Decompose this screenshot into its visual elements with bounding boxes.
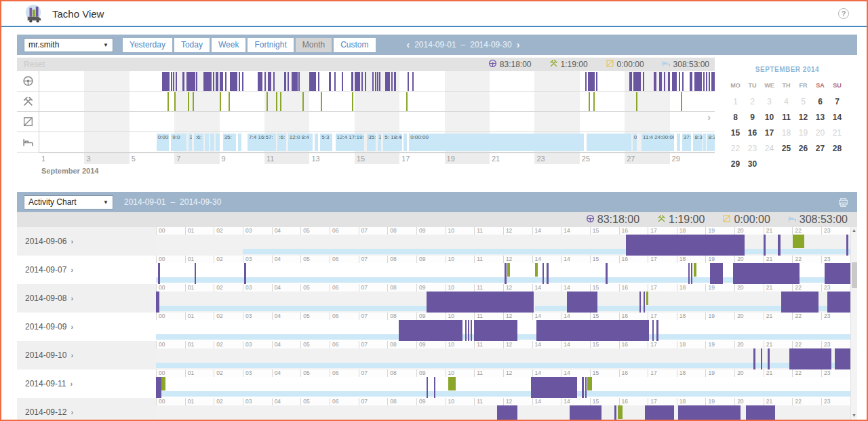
- calendar-day[interactable]: 7: [829, 94, 846, 110]
- expand-chevron-icon[interactable]: ›: [71, 380, 73, 388]
- hour-label: 12: [503, 284, 532, 292]
- calendar-day[interactable]: 13: [812, 110, 829, 125]
- activity-area: [156, 405, 850, 420]
- hour-label: 05: [300, 284, 330, 292]
- hour-label: 08: [387, 398, 416, 405]
- range-button-fortnight[interactable]: Fortnight: [248, 38, 293, 52]
- range-button-week[interactable]: Week: [212, 38, 245, 52]
- range-button-month[interactable]: Month: [296, 38, 332, 52]
- hour-label: 14: [561, 284, 590, 292]
- hour-header: 0001020304050607080910111214141516171819…: [156, 341, 850, 348]
- user-select[interactable]: mr.smith ▼: [24, 38, 113, 52]
- expand-chevron-icon[interactable]: ›: [71, 351, 73, 359]
- hour-label: 04: [272, 398, 301, 405]
- help-icon[interactable]: ?: [838, 8, 849, 19]
- hour-label: 16: [619, 227, 648, 235]
- calendar-day[interactable]: 30: [744, 157, 761, 172]
- calendar-day[interactable]: 29: [727, 157, 744, 172]
- calendar-collapse-icon[interactable]: ›: [707, 112, 711, 123]
- calendar-day[interactable]: 14: [829, 110, 846, 125]
- day-label[interactable]: 2014-09-12›: [17, 398, 156, 420]
- hour-label: 03: [243, 227, 272, 235]
- next-chevron-icon[interactable]: ›: [517, 39, 520, 50]
- hour-label: 03: [243, 341, 272, 348]
- range-button-custom[interactable]: Custom: [334, 38, 375, 52]
- day-label[interactable]: 2014-09-08›: [17, 284, 156, 313]
- rest-bar: :6:: [194, 134, 203, 151]
- range-button-today[interactable]: Today: [174, 38, 210, 52]
- rest-bar: 35:: [367, 134, 376, 151]
- day-label[interactable]: 2014-09-06›: [17, 227, 156, 256]
- drive-bar: [203, 72, 211, 91]
- hour-label: 08: [387, 369, 416, 377]
- hour-label: 11: [474, 369, 503, 377]
- prev-chevron-icon[interactable]: ‹: [407, 39, 410, 50]
- calendar-day[interactable]: 6: [812, 94, 829, 110]
- hour-label: 21: [764, 341, 793, 348]
- work-bar: [167, 92, 169, 111]
- drive-bar: [216, 72, 219, 91]
- calendar-day[interactable]: 25: [778, 141, 795, 157]
- calendar-day[interactable]: 17: [761, 125, 778, 141]
- hour-label: 14: [561, 256, 590, 263]
- drive-bar: [292, 72, 298, 91]
- calendar-day[interactable]: 11: [778, 110, 795, 125]
- calendar-day[interactable]: 27: [812, 141, 829, 157]
- vertical-scrollbar[interactable]: ▲ ▼: [850, 227, 857, 420]
- drive-bar: [825, 263, 850, 284]
- calendar-day[interactable]: 9: [744, 110, 761, 125]
- hour-label: 17: [648, 256, 677, 263]
- stat-value: 308:53:00: [673, 60, 709, 69]
- hour-label: 09: [416, 341, 446, 348]
- day-label[interactable]: 2014-09-09›: [17, 313, 156, 341]
- day-label[interactable]: 2014-09-07›: [17, 256, 156, 284]
- axis-day-tick: 29: [672, 155, 680, 163]
- hour-label: 16: [619, 341, 648, 348]
- expand-chevron-icon[interactable]: ›: [71, 408, 73, 416]
- calendar-day[interactable]: 8: [727, 110, 744, 125]
- calendar-day[interactable]: 10: [761, 110, 778, 125]
- rest-icon: [662, 59, 671, 70]
- rest-bar: [210, 134, 214, 151]
- hour-label: 01: [185, 369, 214, 377]
- drive-bar: [668, 72, 670, 91]
- scroll-down-icon[interactable]: ▼: [851, 412, 857, 419]
- drive-bar: [158, 263, 160, 284]
- day-label[interactable]: 2014-09-10›: [17, 341, 156, 369]
- stat-value: 1:19:00: [561, 60, 588, 69]
- chart-type-select[interactable]: Activity Chart ▼: [24, 195, 113, 209]
- calendar-day[interactable]: 15: [727, 125, 744, 141]
- range-button-yesterday[interactable]: Yesterday: [123, 38, 172, 52]
- hour-label: 06: [330, 398, 359, 405]
- day-label[interactable]: 2014-09-11›: [17, 369, 156, 398]
- hour-header: 0001020304050607080910111214141516171819…: [156, 227, 850, 235]
- expand-chevron-icon[interactable]: ›: [71, 266, 73, 274]
- scroll-up-icon[interactable]: ▲: [851, 227, 857, 234]
- calendar-day[interactable]: 28: [829, 141, 846, 157]
- stat-rest: 308:53:00: [662, 59, 709, 70]
- drive-lane: [39, 71, 715, 92]
- calendar-day[interactable]: 12: [795, 110, 812, 125]
- work-icon: [17, 92, 39, 112]
- hour-label: 11: [474, 227, 503, 235]
- hour-label: 19: [705, 369, 734, 377]
- hour-label: 21: [764, 369, 793, 377]
- header-divider: [1, 26, 867, 27]
- expand-chevron-icon[interactable]: ›: [71, 323, 73, 331]
- hour-label: 08: [387, 341, 416, 348]
- expand-chevron-icon[interactable]: ›: [71, 237, 73, 245]
- print-button[interactable]: [837, 197, 849, 208]
- scroll-thumb[interactable]: [852, 262, 857, 288]
- app-logo-icon: [24, 4, 44, 23]
- drive-bar: [614, 405, 616, 420]
- calendar-day[interactable]: 16: [744, 125, 761, 141]
- expand-chevron-icon[interactable]: ›: [71, 294, 73, 302]
- chart-type-value: Activity Chart: [28, 197, 77, 207]
- drive-bar: [505, 263, 507, 284]
- calendar-day[interactable]: 26: [795, 141, 812, 157]
- axis-band: [174, 153, 219, 164]
- axis-day-tick: 9: [222, 155, 226, 163]
- page-title: Tacho View: [52, 8, 104, 20]
- hour-label: 02: [214, 369, 243, 377]
- reset-button[interactable]: Reset: [17, 60, 45, 69]
